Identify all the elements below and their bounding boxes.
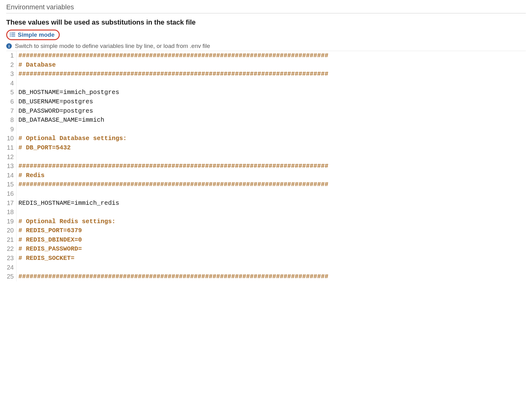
simple-mode-button[interactable]: Simple mode [10, 31, 54, 38]
code-line[interactable]: # REDIS_PORT=6379 [18, 226, 526, 235]
line-number: 14 [6, 171, 14, 180]
code-line[interactable]: DB_PASSWORD=postgres [18, 106, 526, 116]
line-number: 22 [6, 244, 14, 254]
code-line[interactable] [18, 79, 526, 88]
code-line[interactable] [18, 125, 526, 134]
code-line[interactable]: # Optional Database settings: [18, 134, 526, 143]
line-number: 7 [6, 106, 14, 116]
line-number: 11 [6, 143, 14, 153]
line-number: 5 [6, 88, 14, 97]
code-line[interactable]: ########################################… [18, 162, 526, 171]
code-line[interactable]: # REDIS_DBINDEX=0 [18, 235, 526, 245]
line-number: 13 [6, 162, 14, 171]
info-text: Switch to simple mode to define variable… [15, 43, 210, 49]
code-line[interactable]: DB_USERNAME=postgres [18, 97, 526, 106]
section-title: Environment variables [6, 3, 526, 13]
code-line[interactable] [18, 189, 526, 199]
code-line[interactable]: # Redis [18, 171, 526, 180]
info-icon: i [6, 43, 12, 49]
list-icon [10, 32, 15, 38]
line-number: 23 [6, 254, 14, 263]
line-number: 1 [6, 51, 14, 60]
info-banner: i Switch to simple mode to define variab… [6, 43, 526, 49]
annotation-highlight: Simple mode [6, 30, 60, 40]
line-number: 15 [6, 180, 14, 189]
line-number: 12 [6, 153, 14, 162]
svg-point-3 [10, 33, 10, 33]
line-number: 2 [6, 60, 14, 70]
line-number: 3 [6, 69, 14, 79]
line-gutter: 1234567891011121314151617181920212223242… [6, 51, 16, 281]
line-number: 20 [6, 226, 14, 235]
line-number: 6 [6, 97, 14, 106]
line-number: 10 [6, 134, 14, 143]
line-number: 8 [6, 115, 14, 125]
line-number: 4 [6, 79, 14, 88]
code-line[interactable]: ########################################… [18, 69, 526, 79]
code-area[interactable]: ########################################… [16, 51, 526, 281]
line-number: 21 [6, 235, 14, 245]
code-line[interactable]: # REDIS_PASSWORD= [18, 244, 526, 254]
code-line[interactable]: # Optional Redis settings: [18, 217, 526, 226]
code-line[interactable]: ########################################… [18, 180, 526, 189]
line-number: 17 [6, 199, 14, 208]
line-number: 18 [6, 208, 14, 217]
svg-point-5 [10, 36, 10, 36]
code-line[interactable]: DB_HOSTNAME=immich_postgres [18, 88, 526, 97]
code-line[interactable]: ########################################… [18, 272, 526, 281]
line-number: 16 [6, 189, 14, 199]
line-number: 19 [6, 217, 14, 226]
simple-mode-label: Simple mode [18, 31, 54, 38]
code-line[interactable]: REDIS_HOSTNAME=immich_redis [18, 199, 526, 208]
line-number: 9 [6, 125, 14, 134]
code-line[interactable]: # DB_PORT=5432 [18, 143, 526, 153]
svg-point-4 [10, 34, 10, 35]
section-subtitle: These values will be used as substitutio… [6, 18, 526, 26]
code-line[interactable] [18, 153, 526, 162]
code-editor[interactable]: 1234567891011121314151617181920212223242… [6, 51, 526, 281]
line-number: 24 [6, 263, 14, 272]
code-line[interactable] [18, 263, 526, 272]
code-line[interactable]: # REDIS_SOCKET= [18, 254, 526, 263]
code-line[interactable] [18, 208, 526, 217]
code-line[interactable]: # Database [18, 60, 526, 70]
code-line[interactable]: DB_DATABASE_NAME=immich [18, 115, 526, 125]
code-line[interactable]: ########################################… [18, 51, 526, 60]
line-number: 25 [6, 272, 14, 281]
